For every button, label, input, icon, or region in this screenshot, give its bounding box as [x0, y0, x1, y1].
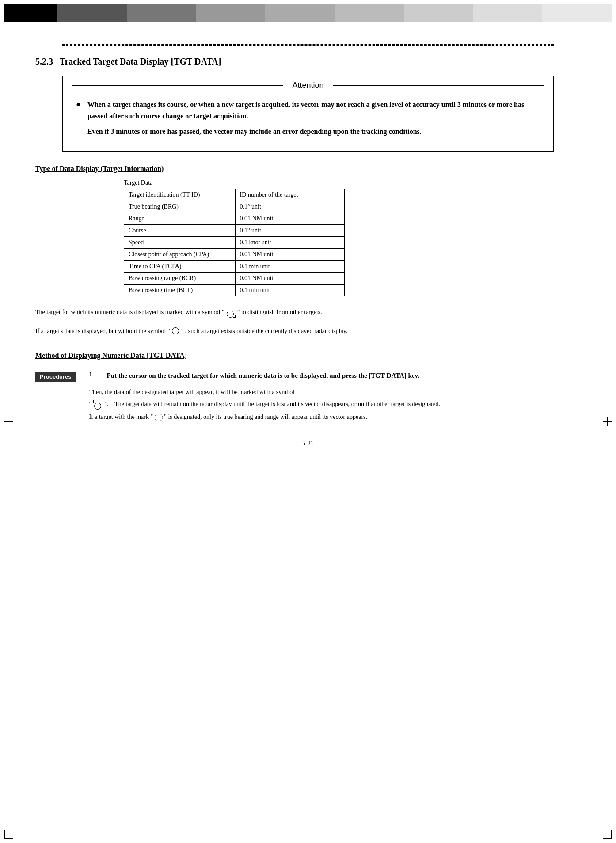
- top-bar-segment-8: [542, 4, 612, 22]
- top-decorative-bar: [4, 4, 612, 22]
- proc-corner-tl: [93, 400, 96, 403]
- attention-title-container: Attention: [63, 76, 553, 90]
- table-row: Closest point of approach (CPA)0.01 NM u…: [124, 248, 345, 260]
- table-row: Target identification (TT ID)ID number o…: [124, 189, 345, 201]
- corner-br-mark: [233, 315, 236, 318]
- table-cell-col2: 0.1 knot unit: [235, 236, 345, 248]
- top-bar-segment-6: [404, 4, 473, 22]
- table-label: Target Data: [124, 179, 581, 186]
- page-number: 5-21: [35, 440, 581, 460]
- table-cell-col1: Speed: [124, 236, 236, 248]
- top-bar-segment-1: [57, 4, 127, 22]
- table-cell-col1: Course: [124, 224, 236, 236]
- attention-text: When a target changes its course, or whe…: [87, 99, 540, 137]
- proc-symbol-box-icon: [93, 400, 103, 410]
- table-cell-col2: 0.01 NM unit: [235, 272, 345, 284]
- corner-bl: [4, 830, 13, 839]
- table-row: Range0.01 NM unit: [124, 213, 345, 224]
- table-row: Time to CPA (TCPA)0.1 min unit: [124, 260, 345, 272]
- procedure-step-1: 1 Put the cursor on the tracked target f…: [89, 371, 581, 381]
- attention-bullet: ●: [76, 100, 81, 109]
- page-content: 5.2.3 Tracked Target Data Display [TGT D…: [0, 18, 616, 496]
- corner-br: [603, 830, 612, 839]
- top-bar-segment-2: [127, 4, 196, 22]
- table-row: Course0.1° unit: [124, 224, 345, 236]
- table-cell-col1: Target identification (TT ID): [124, 189, 236, 201]
- table-cell-col2: 0.1 min unit: [235, 260, 345, 272]
- step-text: Put the cursor on the tracked target for…: [107, 371, 420, 381]
- crosshair-bottom-icon: [301, 821, 315, 834]
- description-1: The target for which its numeric data is…: [35, 308, 581, 318]
- attention-title: Attention: [72, 81, 544, 90]
- top-bar-black: [4, 4, 57, 22]
- procedures-badge: Procedures: [35, 372, 76, 382]
- table-cell-col2: 0.01 NM unit: [235, 213, 345, 224]
- table-cell-col1: True bearing (BRG): [124, 201, 236, 213]
- table-row: Speed0.1 knot unit: [124, 236, 345, 248]
- symbol-corner-box-icon: [226, 308, 236, 318]
- step-detail: Then, the data of the designated target …: [89, 387, 581, 422]
- table-cell-col1: Time to CPA (TCPA): [124, 260, 236, 272]
- table-cell-col2: ID number of the target: [235, 189, 345, 201]
- table-cell-col2: 0.01 NM unit: [235, 248, 345, 260]
- table-cell-col2: 0.1° unit: [235, 201, 345, 213]
- top-bar-segment-5: [335, 4, 404, 22]
- section-heading: 5.2.3 Tracked Target Data Display [TGT D…: [35, 57, 581, 67]
- proc-circle: [94, 403, 101, 410]
- table-cell-col1: Closest point of approach (CPA): [124, 248, 236, 260]
- step-number: 1: [89, 371, 98, 378]
- dashed-separator: [62, 44, 554, 46]
- type-section-heading: Type of Data Display (Target Information…: [35, 165, 581, 173]
- table-cell-col1: Bow crossing range (BCR): [124, 272, 236, 284]
- table-cell-col1: Range: [124, 213, 236, 224]
- top-bar-segment-4: [265, 4, 335, 22]
- procedures-block: Procedures 1 Put the cursor on the track…: [35, 371, 581, 422]
- table-row: True bearing (BRG)0.1° unit: [124, 201, 345, 213]
- top-bar-segment-3: [196, 4, 266, 22]
- table-cell-col2: 0.1 min unit: [235, 284, 345, 296]
- top-bar-grays: [57, 4, 612, 22]
- method-section-heading: Method of Displaying Numeric Data [TGT D…: [35, 352, 581, 360]
- table-cell-col1: Bow crossing time (BCT): [124, 284, 236, 296]
- corner-tl-mark: [226, 308, 228, 311]
- dotted-circle-icon: [155, 414, 163, 422]
- procedures-content: 1 Put the cursor on the tracked target f…: [89, 371, 581, 422]
- table-row: Bow crossing range (BCR)0.01 NM unit: [124, 272, 345, 284]
- description-2: If a target's data is displayed, but wit…: [35, 327, 581, 336]
- table-cell-col2: 0.1° unit: [235, 224, 345, 236]
- plain-circle-icon: [171, 327, 179, 335]
- attention-content: ● When a target changes its course, or w…: [63, 90, 553, 151]
- attention-item-1: ● When a target changes its course, or w…: [76, 99, 540, 137]
- crosshair-right-icon: [603, 417, 612, 426]
- crosshair-left-icon: [4, 417, 13, 426]
- target-data-table: Target identification (TT ID)ID number o…: [124, 189, 345, 296]
- attention-box: Attention ● When a target changes its co…: [62, 76, 554, 152]
- top-bar-segment-7: [473, 4, 543, 22]
- table-row: Bow crossing time (BCT)0.1 min unit: [124, 284, 345, 296]
